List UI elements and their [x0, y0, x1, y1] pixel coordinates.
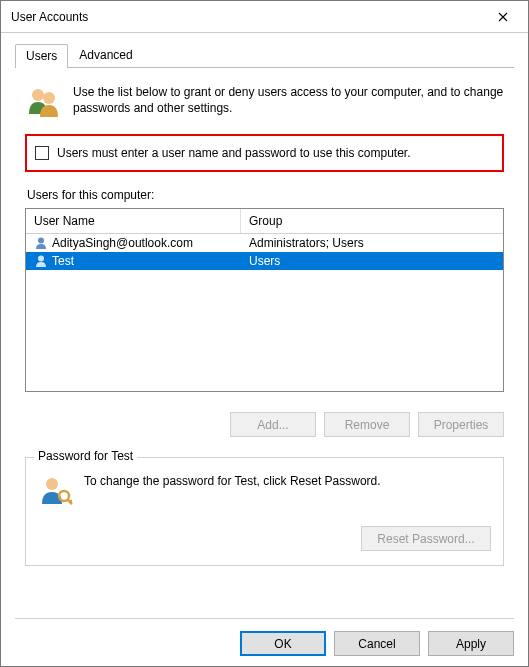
user-accounts-dialog: User Accounts Users Advanced Use the lis… — [0, 0, 529, 667]
user-name-cell: AdityaSingh@outlook.com — [52, 236, 193, 250]
user-group-cell: Users — [249, 254, 280, 268]
svg-point-3 — [38, 256, 44, 262]
password-fieldset-legend: Password for Test — [34, 449, 137, 463]
users-list[interactable]: User Name Group AdityaSingh@outlook.com … — [25, 208, 504, 392]
close-button[interactable] — [480, 2, 526, 32]
users-icon — [25, 84, 61, 120]
key-user-icon — [38, 474, 74, 510]
window-title: User Accounts — [11, 10, 480, 24]
column-user-name[interactable]: User Name — [26, 209, 241, 233]
close-icon — [498, 12, 508, 22]
tab-users[interactable]: Users — [15, 44, 68, 68]
users-must-enter-password-label: Users must enter a user name and passwor… — [57, 146, 411, 160]
intro-text: Use the list below to grant or deny user… — [73, 84, 504, 116]
list-item[interactable]: Test Users — [26, 252, 503, 270]
user-name-cell: Test — [52, 254, 74, 268]
list-item[interactable]: AdityaSingh@outlook.com Administrators; … — [26, 234, 503, 252]
properties-button[interactable]: Properties — [418, 412, 504, 437]
svg-point-1 — [43, 92, 55, 104]
users-must-enter-password-checkbox[interactable] — [35, 146, 49, 160]
users-list-header: User Name Group — [26, 209, 503, 234]
password-fieldset: Password for Test To change the password… — [25, 457, 504, 566]
cancel-button[interactable]: Cancel — [334, 631, 420, 656]
user-buttons-row: Add... Remove Properties — [25, 412, 504, 437]
add-button[interactable]: Add... — [230, 412, 316, 437]
svg-point-2 — [38, 238, 44, 244]
svg-point-0 — [32, 89, 44, 101]
remove-button[interactable]: Remove — [324, 412, 410, 437]
tab-strip: Users Advanced — [15, 43, 514, 68]
apply-button[interactable]: Apply — [428, 631, 514, 656]
password-required-checkbox-highlight: Users must enter a user name and passwor… — [25, 134, 504, 172]
reset-password-button[interactable]: Reset Password... — [361, 526, 491, 551]
user-group-cell: Administrators; Users — [249, 236, 364, 250]
column-group[interactable]: Group — [241, 209, 503, 233]
user-icon — [34, 236, 48, 250]
ok-button[interactable]: OK — [240, 631, 326, 656]
intro-row: Use the list below to grant or deny user… — [25, 84, 504, 120]
users-list-label: Users for this computer: — [27, 188, 504, 202]
password-text: To change the password for Test, click R… — [84, 474, 381, 488]
tab-advanced[interactable]: Advanced — [68, 43, 143, 67]
dialog-button-row: OK Cancel Apply — [15, 618, 514, 656]
title-bar: User Accounts — [1, 1, 528, 33]
svg-point-4 — [46, 478, 58, 490]
user-icon — [34, 254, 48, 268]
